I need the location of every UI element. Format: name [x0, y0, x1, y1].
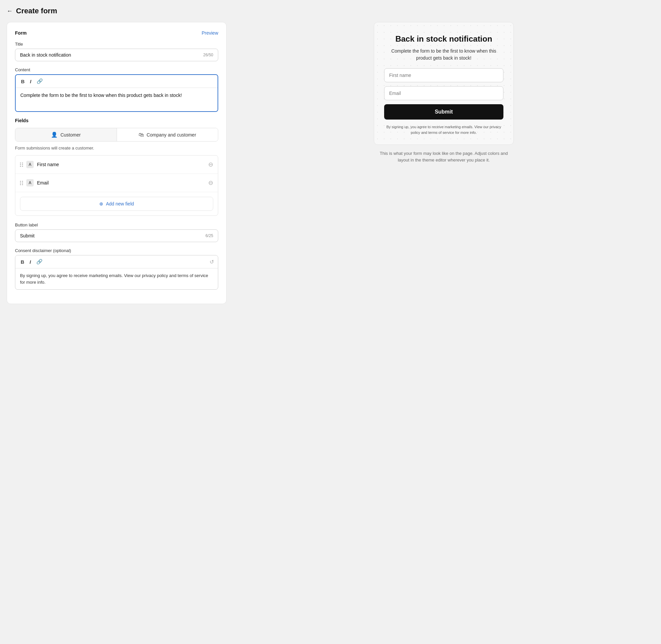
preview-card: Back in stock notification Complete the … — [374, 22, 514, 145]
form-section-label: Form — [15, 30, 27, 36]
page-header: ← Create form — [7, 7, 654, 15]
drag-handle-email[interactable] — [20, 181, 23, 185]
tab-company-customer[interactable]: 🛍 Company and customer — [117, 128, 218, 141]
preview-submit-button[interactable]: Submit — [384, 104, 503, 119]
remove-email-button[interactable]: ⊖ — [208, 179, 213, 186]
link-button[interactable]: 🔗 — [35, 77, 44, 85]
field-name-first-name: First name — [37, 162, 205, 167]
editor-toolbar: B I 🔗 — [16, 75, 218, 88]
add-field-button[interactable]: ⊕ Add new field — [20, 197, 213, 211]
title-input-wrapper: 26/50 — [15, 49, 218, 61]
tab-customer[interactable]: 👤 Customer — [15, 128, 117, 141]
panel-header: Form Preview — [15, 30, 218, 36]
preview-note: This is what your form may look like on … — [377, 150, 510, 163]
button-label-input[interactable] — [20, 233, 194, 238]
add-field-section: ⊕ Add new field — [15, 192, 218, 215]
title-label: Title — [15, 42, 218, 47]
fields-tabs: 👤 Customer 🛍 Company and customer — [15, 128, 218, 141]
consent-toolbar-left: B I 🔗 — [19, 258, 44, 266]
preview-email-input[interactable] — [384, 86, 503, 100]
title-char-count: 26/50 — [203, 53, 213, 57]
add-field-label: Add new field — [106, 201, 134, 206]
table-row: A Email ⊖ — [15, 174, 218, 192]
preview-disclaimer: By signing up, you agree to receive mark… — [384, 124, 503, 135]
content-editor: B I 🔗 Complete the form to be the first … — [15, 74, 218, 112]
consent-editor: B I 🔗 ↺ By signing up, you agree to rece… — [15, 255, 218, 290]
italic-button[interactable]: I — [29, 77, 32, 85]
company-icon: 🛍 — [139, 132, 144, 138]
preview-subtitle: Complete the form to be the first to kno… — [384, 48, 503, 62]
field-type-icon-email: A — [26, 179, 34, 186]
consent-link-button[interactable]: 🔗 — [35, 258, 44, 266]
consent-italic-button[interactable]: I — [28, 258, 32, 266]
button-label-label: Button label — [15, 223, 218, 227]
table-row: A First name ⊖ — [15, 156, 218, 174]
customer-icon: 👤 — [51, 132, 58, 138]
consent-bold-button[interactable]: B — [19, 258, 26, 266]
button-label-section: Button label 6/25 — [15, 223, 218, 242]
preview-link[interactable]: Preview — [202, 30, 218, 36]
remove-first-name-button[interactable]: ⊖ — [208, 161, 213, 168]
plus-icon: ⊕ — [99, 201, 103, 206]
field-type-icon-first-name: A — [26, 161, 34, 168]
refresh-icon[interactable]: ↺ — [210, 259, 214, 265]
field-name-email: Email — [37, 180, 205, 185]
button-label-char-count: 6/25 — [205, 233, 213, 238]
form-note: Form submissions will create a customer. — [15, 145, 218, 151]
consent-section: Consent disclaimer (optional) B I 🔗 ↺ By… — [15, 248, 218, 290]
left-panel: Form Preview Title 26/50 Content B I 🔗 C… — [7, 22, 226, 304]
back-button[interactable]: ← — [7, 8, 13, 15]
main-layout: Form Preview Title 26/50 Content B I 🔗 C… — [7, 22, 654, 304]
fields-header: Fields — [15, 118, 218, 123]
fields-container: A First name ⊖ — [15, 155, 218, 216]
consent-text[interactable]: By signing up, you agree to receive mark… — [15, 268, 218, 290]
title-section: Title 26/50 — [15, 42, 218, 61]
content-text[interactable]: Complete the form to be the first to kno… — [16, 88, 218, 111]
right-panel: Back in stock notification Complete the … — [233, 22, 654, 163]
tab-customer-label: Customer — [60, 132, 81, 138]
bold-button[interactable]: B — [20, 77, 26, 85]
title-input[interactable] — [20, 52, 194, 58]
preview-first-name-input[interactable] — [384, 68, 503, 82]
preview-form-title: Back in stock notification — [384, 34, 503, 44]
button-label-input-wrapper: 6/25 — [15, 229, 218, 242]
consent-toolbar: B I 🔗 ↺ — [15, 255, 218, 268]
tab-company-label: Company and customer — [147, 132, 196, 138]
consent-label: Consent disclaimer (optional) — [15, 248, 218, 253]
page-title: Create form — [16, 7, 57, 15]
content-section: Content B I 🔗 Complete the form to be th… — [15, 67, 218, 112]
fields-section: Fields 👤 Customer 🛍 Company and customer… — [15, 118, 218, 216]
drag-handle-first-name[interactable] — [20, 162, 23, 167]
content-label: Content — [15, 67, 218, 72]
